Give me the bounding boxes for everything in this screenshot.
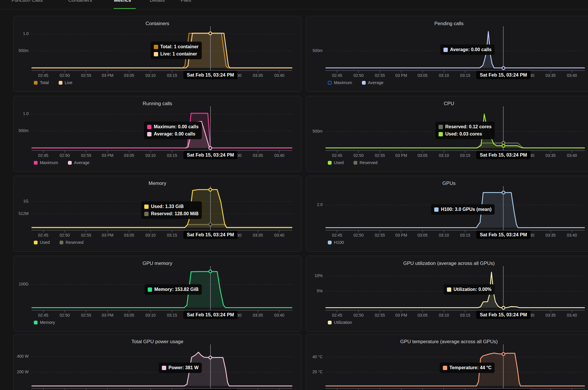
tooltip-series-swatch-icon [439, 125, 443, 129]
x-axis-tick [172, 71, 172, 73]
legend-item-reserved[interactable]: Reserved [60, 240, 84, 245]
tab-function-calls[interactable]: Function Calls [12, 0, 43, 3]
x-axis-tick [401, 311, 402, 313]
legend-item-average[interactable]: Average [362, 80, 384, 85]
x-axis-tick [550, 71, 551, 73]
x-axis-label: 02:55 [77, 73, 95, 78]
cursor-date-tooltip: Sat Feb 15, 03:24 PM [183, 389, 237, 390]
x-axis-tick [358, 151, 359, 153]
x-axis-label: 03:05 [413, 313, 432, 317]
legend-item-used[interactable]: Used [328, 160, 344, 165]
cursor-point-marker [502, 352, 505, 356]
legend-item-maximum[interactable]: Maximum [328, 80, 352, 85]
x-axis-tick [380, 311, 380, 313]
y-axis-label: 1.0 [14, 111, 29, 116]
legend-item-average[interactable]: Average [68, 160, 90, 165]
cursor-date-tooltip: Sat Feb 15, 03:24 PM [476, 71, 530, 79]
x-axis-label: 03:05 [413, 233, 432, 237]
legend-swatch-icon [59, 81, 62, 85]
legend-item-maximum[interactable]: Maximum [34, 160, 58, 165]
legend-swatch-icon [328, 241, 332, 244]
series-line-reserved [32, 224, 292, 227]
x-axis-label: 03:05 [120, 73, 138, 78]
x-axis-label: 02:45 [34, 73, 53, 78]
x-axis-tick [572, 311, 572, 313]
x-axis-tick [465, 389, 465, 390]
legend-item-used[interactable]: Used [34, 240, 50, 245]
cursor-point-marker [208, 188, 212, 192]
x-axis-tick [358, 311, 359, 313]
x-axis-label: 03:15 [163, 313, 181, 317]
x-axis-label: 03:35 [541, 153, 560, 158]
tab-details[interactable]: Details [150, 0, 165, 3]
chart-legend: MaximumAverage [34, 160, 90, 165]
x-axis-tick [550, 389, 551, 390]
tooltip-series-swatch-icon [162, 366, 166, 370]
chart-card-pending-calls: Pending calls500m02:4502:5002:5503 PM03:… [306, 16, 588, 92]
x-axis-label: 02:55 [371, 153, 389, 158]
x-axis-label: 03:35 [249, 233, 267, 237]
x-axis-line [32, 310, 292, 311]
x-axis-tick [107, 389, 108, 390]
x-axis-tick [443, 71, 444, 73]
tooltip-row: Temperature: 44 °C [443, 365, 492, 370]
x-axis-label: 03:15 [163, 233, 181, 237]
x-axis-tick [465, 231, 465, 233]
x-axis-label: 02:50 [56, 153, 74, 158]
legend-item-h100[interactable]: H100 [328, 240, 344, 245]
tooltip-series-swatch-icon [147, 125, 151, 129]
legend-item-reserved[interactable]: Reserved [354, 160, 378, 165]
x-axis-label: 03 PM [98, 153, 117, 158]
legend-item-live[interactable]: Live [59, 80, 73, 85]
x-axis-tick [401, 389, 402, 390]
chart-value-tooltip: Power: 381 W [159, 363, 202, 373]
x-axis-tick [401, 151, 402, 153]
x-axis-tick [337, 151, 337, 153]
x-axis-label: 03:05 [413, 153, 432, 158]
cursor-date-tooltip: Sat Feb 15, 03:24 PM [183, 71, 237, 79]
x-axis-label: 02:50 [349, 313, 368, 317]
x-axis-tick [86, 311, 86, 313]
x-axis-label: 03:40 [563, 313, 581, 317]
legend-swatch-icon [34, 241, 38, 244]
x-axis-label: 03 PM [392, 73, 411, 78]
x-axis-tick [129, 311, 130, 313]
x-axis-label: 02:50 [56, 313, 74, 317]
tab-metrics[interactable]: Metrics [114, 0, 131, 3]
y-axis-label: 1G [14, 199, 29, 203]
x-axis-tick [279, 71, 280, 73]
x-axis-tick [572, 71, 572, 73]
x-axis-tick [258, 151, 258, 153]
x-axis-tick [258, 71, 258, 73]
legend-item-total[interactable]: Total [34, 80, 49, 85]
x-axis-label: 03:35 [541, 73, 560, 78]
y-axis-label: 20 °C [306, 369, 323, 374]
tab-files[interactable]: Files [181, 0, 191, 3]
chart-card-gpu-memory: GPU memory100G02:4502:5002:5503 PM03:050… [13, 256, 302, 332]
y-axis-label: 500m [306, 48, 323, 53]
tooltip-series-swatch-icon [148, 287, 152, 292]
x-axis-tick [358, 389, 359, 390]
chart-legend: TotalLive [34, 80, 72, 85]
y-axis-label: 100G [14, 282, 29, 286]
chart-card-cpu: CPU500m02:4502:5002:5503 PM03:0503:1003:… [306, 96, 588, 172]
x-axis-label: 03:10 [141, 313, 160, 317]
tooltip-series-swatch-icon [447, 287, 451, 292]
legend-swatch-icon [60, 241, 63, 244]
x-axis-tick [550, 151, 551, 153]
tab-containers[interactable]: Containers [68, 0, 92, 3]
legend-label: Average [74, 160, 90, 165]
tooltip-value-text: Used: 0.03 cores [445, 131, 482, 137]
x-axis-label: 03:40 [270, 153, 289, 158]
x-axis-tick [465, 151, 465, 153]
x-axis-tick [443, 151, 444, 153]
legend-item-memory[interactable]: Memory [34, 320, 55, 325]
chart-value-tooltip: Temperature: 44 °C [440, 363, 495, 373]
x-axis-label: 03:40 [563, 153, 581, 158]
x-axis-label: 02:50 [349, 73, 368, 78]
tooltip-series-swatch-icon [443, 48, 448, 52]
legend-item-utilization[interactable]: Utilization [328, 320, 352, 325]
x-axis-label: 03:15 [163, 153, 181, 158]
x-axis-tick [150, 311, 151, 313]
legend-label: Average [368, 80, 384, 85]
